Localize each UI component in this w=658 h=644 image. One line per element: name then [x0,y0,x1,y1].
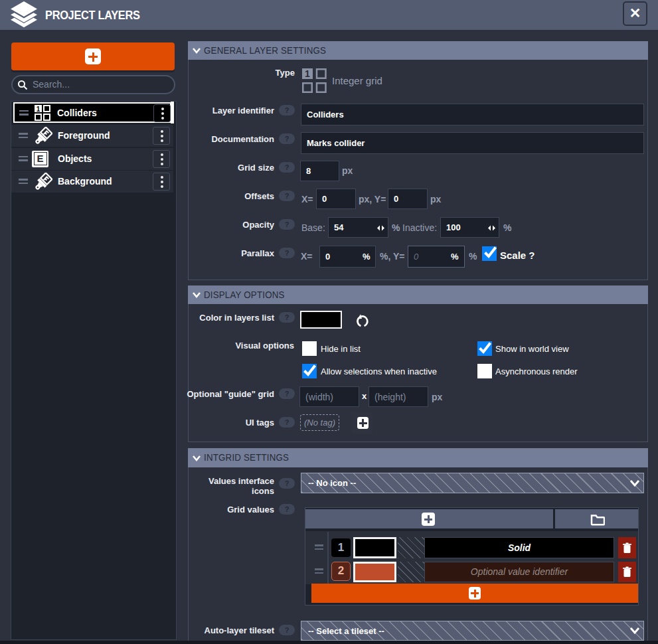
svg-text:1: 1 [305,68,310,79]
svg-text:1: 1 [37,105,41,112]
